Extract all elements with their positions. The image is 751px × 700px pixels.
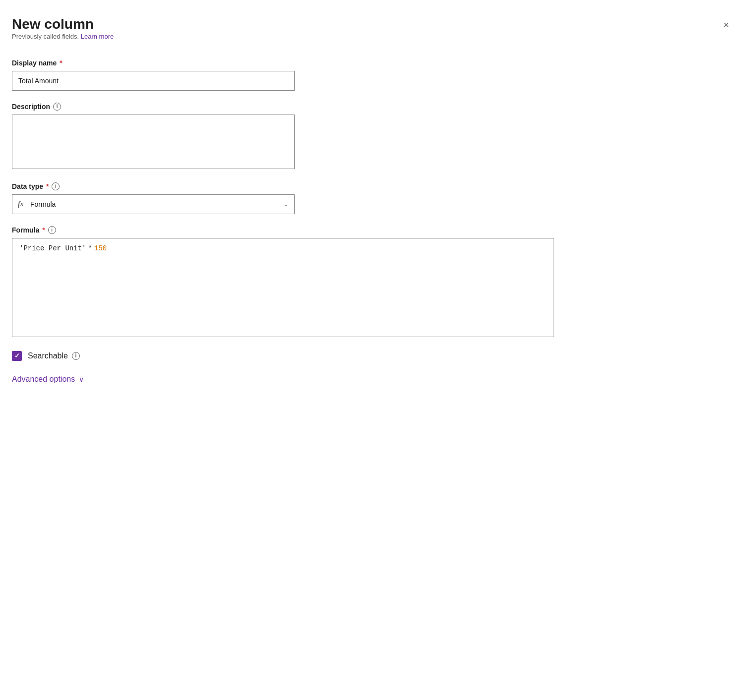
close-button[interactable]: × xyxy=(721,18,731,32)
display-name-section: Display name * xyxy=(12,59,731,91)
display-name-input[interactable] xyxy=(12,71,295,91)
panel-title: New column xyxy=(12,16,114,33)
data-type-select[interactable]: Formula Text Number Date Lookup Choice xyxy=(12,194,295,214)
formula-number-part: 150 xyxy=(94,244,107,252)
data-type-section: Data type * i fx Formula Text Number Dat… xyxy=(12,182,731,214)
learn-more-link[interactable]: Learn more xyxy=(81,33,114,40)
formula-required: * xyxy=(42,226,45,234)
searchable-label: Searchable i xyxy=(28,351,80,360)
formula-operator: * xyxy=(88,244,92,252)
checkbox-check-icon: ✓ xyxy=(14,352,20,359)
formula-label: Formula * i xyxy=(12,226,731,234)
display-name-required: * xyxy=(60,59,62,67)
description-section: Description i xyxy=(12,103,731,171)
searchable-checkbox[interactable]: ✓ xyxy=(12,351,22,361)
advanced-options-chevron-icon: ∨ xyxy=(79,375,84,383)
formula-editor-wrapper: 'Price Per Unit'*150 xyxy=(12,238,554,337)
new-column-panel: New column Previously called fields. Lea… xyxy=(0,0,751,700)
searchable-info-icon: i xyxy=(72,352,80,360)
panel-title-area: New column Previously called fields. Lea… xyxy=(12,16,114,56)
advanced-options-row[interactable]: Advanced options ∨ xyxy=(12,375,731,384)
description-input[interactable] xyxy=(12,115,295,169)
data-type-required: * xyxy=(46,182,49,190)
panel-header: New column Previously called fields. Lea… xyxy=(12,16,731,56)
formula-section: Formula * i 'Price Per Unit'*150 xyxy=(12,226,731,337)
searchable-row: ✓ Searchable i xyxy=(12,351,731,361)
formula-string-part: 'Price Per Unit' xyxy=(19,244,86,252)
description-info-icon: i xyxy=(53,103,61,111)
formula-info-icon: i xyxy=(48,226,56,234)
formula-editor[interactable]: 'Price Per Unit'*150 xyxy=(12,238,554,337)
data-type-info-icon: i xyxy=(52,182,60,190)
data-type-select-wrapper: fx Formula Text Number Date Lookup Choic… xyxy=(12,194,295,214)
advanced-options-label: Advanced options xyxy=(12,375,75,384)
panel-subtitle: Previously called fields. Learn more xyxy=(12,33,114,40)
searchable-checkbox-wrapper[interactable]: ✓ xyxy=(12,351,22,361)
description-label: Description i xyxy=(12,103,731,111)
display-name-label: Display name * xyxy=(12,59,731,67)
data-type-label: Data type * i xyxy=(12,182,731,190)
